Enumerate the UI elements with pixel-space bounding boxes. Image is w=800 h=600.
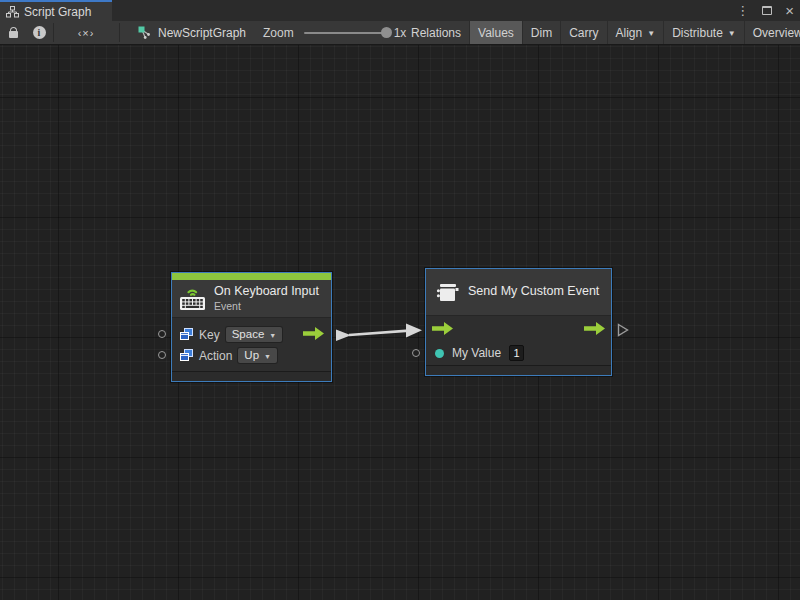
zoom-control: Zoom 1x [263,21,406,44]
node-send-my-custom-event[interactable]: Send My Custom Event My Value 1 [425,268,612,376]
info-button[interactable]: i [26,21,52,44]
node-header[interactable]: Send My Custom Event [426,269,611,316]
lock-icon [9,31,18,38]
toolbar-separator [119,23,120,42]
tab-title: Script Graph [24,5,91,19]
port-row-my-value: My Value 1 [426,341,611,365]
window-controls: ⋮ × [736,0,794,21]
code-view-button[interactable]: ‹×› [56,21,116,44]
port-label: Key [199,328,220,342]
values-button[interactable]: Values [470,21,523,44]
chevron-down-icon: ▼ [647,29,655,38]
wire-line[interactable] [349,331,409,335]
menu-icon[interactable]: ⋮ [736,0,749,21]
flow-output-port[interactable] [584,322,605,335]
enum-literal-icon [180,328,193,341]
my-value-input-field[interactable]: 1 [509,345,524,361]
node-footer [426,365,611,375]
flow-input-port[interactable] [432,322,453,335]
unconnected-flow-triangle[interactable] [617,323,629,337]
view-buttons-group: Relations Values Dim Carry Align▼ Distri… [403,21,800,44]
graph-toolbar: i ‹×› NewScriptGraph Zoom 1x Relations V… [0,21,800,45]
zoom-slider[interactable] [304,32,390,34]
toolbar-separator [53,23,54,42]
tab-script-graph[interactable]: Script Graph [0,0,112,21]
flow-port-row [426,316,611,341]
node-subtitle: Event [214,300,319,313]
node-footer [172,371,331,381]
key-dropdown[interactable]: Space ▼ [226,327,283,342]
wire-start-cap [336,330,351,342]
port-label: Action [199,349,232,363]
action-dropdown[interactable]: Up ▼ [238,348,277,363]
node-header[interactable]: On Keyboard Input Event [172,280,331,318]
port-label: My Value [452,346,501,360]
zoom-slider-handle[interactable] [381,27,392,38]
node-body: My Value 1 [426,316,611,365]
script-graph-window: Script Graph ⋮ × i ‹×› NewScriptGraph Zo… [0,0,800,600]
action-input-port[interactable] [158,351,166,359]
tab-strip: Script Graph ⋮ × [0,0,800,21]
port-row-action: Action Up ▼ [172,345,331,366]
enum-literal-icon [180,349,193,362]
port-row-key: Key Space ▼ [172,324,331,345]
node-body: Key Space ▼ Action [172,318,331,371]
graph-reference[interactable]: NewScriptGraph [138,21,246,44]
graph-name: NewScriptGraph [158,26,246,40]
relations-button[interactable]: Relations [403,21,470,44]
node-title: Send My Custom Event [468,284,599,300]
zoom-label: Zoom [263,26,294,40]
my-value-input-port[interactable] [412,349,420,357]
graph-tree-icon [6,6,19,18]
info-icon: i [33,26,46,39]
flow-connection-wire [0,45,800,600]
close-icon[interactable]: × [785,0,794,21]
node-on-keyboard-input[interactable]: On Keyboard Input Event Key Space ▼ [171,272,332,382]
maximize-icon[interactable] [762,6,772,15]
keyboard-input-icon [179,286,206,311]
event-active-bar [172,273,331,280]
node-title: On Keyboard Input [214,284,319,300]
chevron-down-icon: ▼ [264,352,271,359]
value-port-dot-icon [435,349,444,358]
chevron-down-icon: ▼ [728,29,736,38]
custom-event-icon [435,280,460,305]
graph-canvas[interactable]: On Keyboard Input Event Key Space ▼ [0,45,800,600]
script-graph-asset-icon [138,26,152,40]
overview-button[interactable]: Overview [745,21,800,44]
flow-output-port[interactable] [303,327,324,340]
align-dropdown-button[interactable]: Align▼ [608,21,665,44]
carry-button[interactable]: Carry [561,21,607,44]
key-input-port[interactable] [158,330,166,338]
lock-button[interactable] [0,21,26,44]
dim-button[interactable]: Dim [523,21,561,44]
distribute-dropdown-button[interactable]: Distribute▼ [664,21,745,44]
chevron-down-icon: ▼ [269,331,276,338]
